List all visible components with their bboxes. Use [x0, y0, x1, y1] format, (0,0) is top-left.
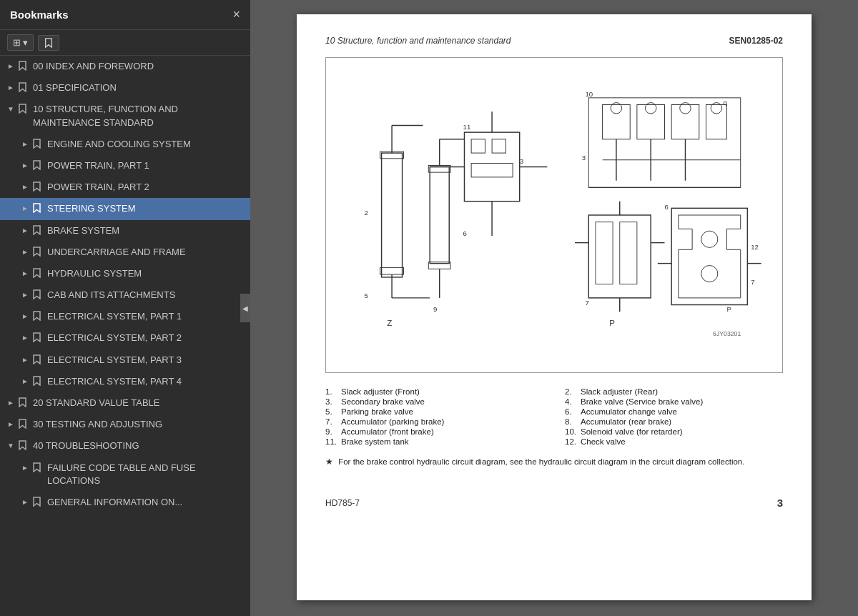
- svg-text:2: 2: [364, 209, 368, 217]
- svg-rect-54: [671, 208, 747, 304]
- sidebar-item-item-failure[interactable]: ►FAILURE CODE TABLE AND FUSE LOCATIONS: [0, 457, 250, 492]
- sidebar-item-item-cab[interactable]: ►CAB AND ITS ATTACHMENTS: [0, 284, 250, 306]
- sidebar-item-label: CAB AND ITS ATTACHMENTS: [47, 289, 243, 302]
- bookmark-add-button[interactable]: [38, 35, 59, 51]
- tree-arrow-icon: ►: [20, 311, 30, 322]
- legend-number: 1.: [325, 387, 338, 396]
- legend-item: 2.Slack adjuster (Rear): [565, 387, 783, 396]
- legend-item: 9.Accumulator (front brake): [325, 427, 543, 436]
- tree-arrow-icon: ►: [20, 268, 30, 279]
- sidebar-item-item-10[interactable]: ▼10 STRUCTURE, FUNCTION AND MAINTENANCE …: [0, 99, 250, 133]
- svg-text:9: 9: [433, 305, 437, 313]
- sidebar-item-item-00[interactable]: ►00 INDEX AND FOREWORD: [0, 56, 250, 77]
- sidebar-item-item-engine[interactable]: ►ENGINE AND COOLING SYSTEM: [0, 134, 250, 155]
- close-button[interactable]: ×: [232, 7, 240, 22]
- svg-rect-0: [382, 153, 403, 277]
- sidebar-item-label: 20 STANDARD VALUE TABLE: [33, 397, 243, 409]
- svg-point-34: [645, 103, 656, 114]
- sidebar-item-item-20[interactable]: ►20 STANDARD VALUE TABLE: [0, 392, 250, 414]
- bookmark-icon: [19, 82, 29, 92]
- sidebar-item-label: STEERING SYSTEM: [47, 202, 243, 215]
- sidebar-item-item-elec3[interactable]: ►ELECTRICAL SYSTEM, PART 3: [0, 349, 250, 371]
- sidebar-item-item-30[interactable]: ►30 TESTING AND ADJUSTING: [0, 414, 250, 435]
- legend-text: Accumulator (front brake): [341, 427, 434, 436]
- collapse-panel-button[interactable]: ◀: [240, 294, 250, 322]
- svg-point-36: [711, 103, 721, 114]
- sidebar-item-item-power2[interactable]: ►POWER TRAIN, PART 2: [0, 177, 250, 198]
- bookmark-icon: [33, 139, 43, 149]
- legend-number: 9.: [325, 427, 338, 436]
- legend-number: 6.: [565, 407, 578, 416]
- sidebar-title: Bookmarks: [10, 9, 69, 21]
- sidebar-item-item-brake[interactable]: ►BRAKE SYSTEM: [0, 220, 250, 242]
- bookmark-icon: [44, 38, 54, 48]
- bookmark-icon: [33, 354, 43, 364]
- bookmark-icon: [33, 311, 43, 321]
- bookmark-icon: [33, 247, 43, 257]
- sidebar-item-label: POWER TRAIN, PART 2: [47, 181, 243, 194]
- svg-text:6JY03201: 6JY03201: [713, 330, 741, 337]
- sidebar-item-item-hydraulic[interactable]: ►HYDRAULIC SYSTEM: [0, 263, 250, 284]
- legend-item: 10.Solenoid valve (for retarder): [565, 427, 783, 436]
- legend-text: Slack adjuster (Front): [341, 387, 420, 396]
- tree-arrow-icon: ►: [20, 139, 30, 150]
- sidebar-item-item-01[interactable]: ►01 SPECIFICATION: [0, 77, 250, 99]
- bookmark-icon: [33, 332, 43, 342]
- sidebar-item-item-elec2[interactable]: ►ELECTRICAL SYSTEM, PART 2: [0, 327, 250, 349]
- svg-text:3: 3: [582, 154, 586, 162]
- sidebar-header: Bookmarks ×: [0, 0, 250, 30]
- sidebar-toolbar: ⊞ ▾: [0, 30, 250, 56]
- bookmark-icon: [33, 182, 43, 192]
- sidebar-item-item-power1[interactable]: ►POWER TRAIN, PART 1: [0, 155, 250, 177]
- bookmark-icon: [33, 497, 43, 507]
- sidebar-item-label: ENGINE AND COOLING SYSTEM: [47, 138, 243, 151]
- sidebar-item-label: 01 SPECIFICATION: [33, 81, 243, 94]
- legend-text: Brake system tank: [341, 437, 409, 446]
- sidebar-item-item-elec4[interactable]: ►ELECTRICAL SYSTEM, PART 4: [0, 371, 250, 392]
- legend-text: Accumulator change valve: [581, 407, 677, 416]
- tree-arrow-icon: ►: [20, 182, 30, 193]
- bookmark-icon: [33, 225, 43, 235]
- svg-rect-47: [620, 222, 637, 284]
- tree-arrow-icon: ▼: [6, 440, 16, 452]
- legend-item: 1.Slack adjuster (Front): [325, 387, 543, 396]
- doc-header-section: 10 Structure, function and maintenance s…: [325, 36, 511, 46]
- doc-header: 10 Structure, function and maintenance s…: [325, 36, 783, 46]
- legend-item: 6.Accumulator change valve: [565, 407, 783, 416]
- svg-text:10: 10: [585, 90, 593, 98]
- tree-arrow-icon: ►: [20, 203, 30, 214]
- svg-text:q: q: [724, 99, 727, 106]
- legend-item: 8.Accumulator (rear brake): [565, 417, 783, 426]
- doc-note: ★ For the brake control hydraulic circui…: [325, 456, 783, 468]
- sidebar-item-item-general[interactable]: ►GENERAL INFORMATION ON...: [0, 492, 250, 513]
- tree-arrow-icon: ►: [20, 332, 30, 344]
- document-page: 10 Structure, function and maintenance s…: [297, 14, 812, 600]
- note-star: ★: [325, 457, 333, 466]
- legend-text: Secondary brake valve: [341, 397, 425, 406]
- svg-text:5: 5: [364, 292, 368, 299]
- sidebar-item-item-undercarriage[interactable]: ►UNDERCARRIAGE AND FRAME: [0, 242, 250, 263]
- svg-rect-2: [380, 267, 404, 274]
- legend-text: Check valve: [581, 437, 626, 446]
- svg-point-35: [680, 103, 691, 114]
- tree-arrow-icon: ▼: [6, 104, 16, 115]
- svg-point-33: [611, 103, 621, 114]
- svg-text:7: 7: [751, 278, 754, 286]
- sidebar-item-item-40[interactable]: ▼40 TROUBLESHOOTING: [0, 435, 250, 457]
- tree-arrow-icon: ►: [20, 497, 30, 508]
- sidebar-item-label: BRAKE SYSTEM: [47, 224, 243, 237]
- tree-arrow-icon: ►: [20, 225, 30, 237]
- tree-arrow-icon: ►: [6, 82, 16, 94]
- sidebar-item-item-elec1[interactable]: ►ELECTRICAL SYSTEM, PART 1: [0, 306, 250, 327]
- legend-number: 4.: [565, 397, 578, 406]
- svg-text:3: 3: [520, 157, 523, 165]
- svg-text:P: P: [726, 305, 731, 313]
- svg-rect-29: [603, 105, 631, 139]
- bookmark-icon: [33, 268, 43, 278]
- sidebar-item-label: ELECTRICAL SYSTEM, PART 4: [47, 375, 243, 388]
- view-toggle-button[interactable]: ⊞ ▾: [7, 34, 34, 51]
- sidebar-item-label: GENERAL INFORMATION ON...: [47, 496, 243, 509]
- bookmark-icon: [33, 160, 43, 170]
- sidebar-item-item-steering[interactable]: ►STEERING SYSTEM: [0, 198, 250, 219]
- legend-number: 2.: [565, 387, 578, 396]
